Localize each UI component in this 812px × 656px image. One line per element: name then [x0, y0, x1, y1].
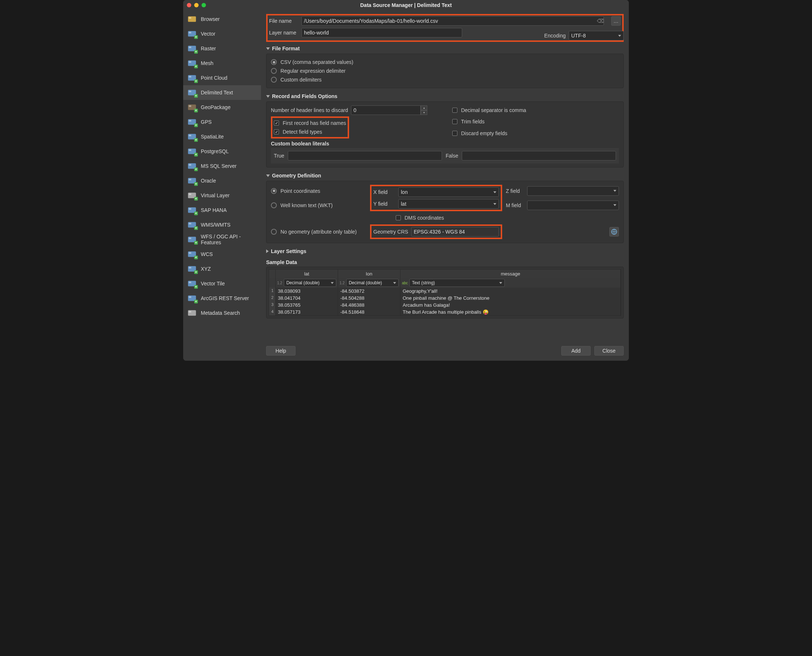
geometry-crs-combo[interactable]: EPSG:4326 - WGS 84 — [411, 227, 499, 237]
browser-icon — [187, 15, 197, 23]
sidebar-item-postgresql[interactable]: PostgreSQL — [183, 144, 261, 159]
lat-type-combo[interactable]: Decimal (double) — [284, 279, 336, 287]
svg-rect-9 — [189, 76, 191, 77]
lon-type-combo[interactable]: Decimal (double) — [346, 279, 399, 287]
regex-radio[interactable]: Regular expression delimiter — [271, 67, 619, 75]
wkt-radio[interactable]: Well known text (WKT) — [271, 201, 366, 210]
table-row: 3 38.053765 -84.486388 Arcadium has Gala… — [269, 302, 621, 308]
crs-picker-button[interactable] — [609, 227, 619, 237]
window-zoom-icon[interactable] — [202, 3, 206, 7]
records-section-header[interactable]: Record and Fields Options — [266, 93, 624, 99]
sidebar-item-raster[interactable]: Raster — [183, 41, 261, 56]
file-name-input[interactable] — [301, 16, 604, 26]
browse-file-button[interactable]: … — [611, 16, 621, 26]
m-field-combo[interactable] — [527, 201, 619, 210]
cell-lat: 38.038093 — [276, 288, 338, 295]
svg-rect-31 — [189, 238, 191, 239]
sidebar-item-mssql[interactable]: MS SQL Server — [183, 159, 261, 173]
table-row: 4 38.057173 -84.518648 The Burl Arcade h… — [269, 308, 621, 316]
trim-fields-check[interactable]: Trim fields — [452, 117, 619, 126]
csv-radio[interactable]: CSV (comma separated values) — [271, 58, 619, 67]
svg-rect-5 — [189, 46, 191, 48]
sidebar-item-wms[interactable]: WMS/WMTS — [183, 217, 261, 232]
svg-rect-21 — [189, 164, 191, 166]
custom-bool-label: Custom boolean literals — [271, 141, 619, 147]
sidebar-item-wfs[interactable]: WFS / OGC API - Features — [183, 232, 261, 247]
sidebar-item-vector[interactable]: Vector — [183, 26, 261, 41]
sidebar-item-label: MS SQL Server — [201, 163, 237, 169]
cell-message: One pinball machine @ The Cornerstone — [400, 295, 621, 302]
svg-rect-7 — [189, 61, 191, 63]
message-type-combo[interactable]: Text (string) — [409, 279, 505, 287]
sidebar-item-label: Vector — [201, 31, 216, 37]
close-button[interactable]: Close — [594, 346, 624, 356]
false-label: False — [446, 153, 458, 159]
sidebar-item-spatialite[interactable]: SpatiaLite — [183, 129, 261, 144]
sidebar-item-gps[interactable]: GPS — [183, 114, 261, 129]
svg-rect-11 — [189, 91, 191, 92]
sidebar-item-label: GPS — [201, 119, 212, 125]
add-button[interactable]: Add — [561, 346, 591, 356]
false-literal-input[interactable] — [462, 151, 616, 161]
window-close-icon[interactable] — [187, 3, 191, 7]
sidebar-item-delimited[interactable]: Delimited Text — [183, 85, 261, 100]
sidebar-item-label: Virtual Layer — [201, 192, 229, 198]
sidebar-item-label: Vector Tile — [201, 281, 225, 286]
sidebar-item-oracle[interactable]: Oracle — [183, 173, 261, 188]
sidebar-item-label: WCS — [201, 251, 213, 257]
col-header-lat: lat — [276, 269, 338, 278]
first-record-check[interactable]: First record has field names — [274, 119, 346, 127]
sidebar-item-arcgis[interactable]: ArcGIS REST Server — [183, 291, 261, 306]
source-type-sidebar: Browser Vector Raster Mesh Point Cloud D… — [183, 10, 261, 361]
help-button[interactable]: Help — [266, 346, 295, 356]
y-field-label: Y field — [373, 201, 395, 207]
y-field-combo[interactable]: lat — [398, 199, 499, 209]
file-format-section-header[interactable]: File Format — [266, 46, 624, 51]
custom-delimiter-radio[interactable]: Custom delimiters — [271, 75, 619, 84]
true-literal-input[interactable] — [288, 151, 442, 161]
spin-up-button[interactable]: ▲ — [421, 105, 427, 110]
sidebar-item-metadata[interactable]: Metadata Search — [183, 306, 261, 320]
svg-rect-35 — [189, 267, 191, 269]
sidebar-item-label: Mesh — [201, 60, 213, 66]
z-field-combo[interactable] — [527, 186, 619, 196]
x-field-combo[interactable]: lon — [398, 187, 499, 197]
sidebar-item-label: WFS / OGC API - Features — [201, 234, 257, 245]
sidebar-item-label: GeoPackage — [201, 104, 230, 110]
sidebar-item-browser[interactable]: Browser — [183, 12, 261, 26]
cell-lat: 38.053765 — [276, 302, 338, 308]
sidebar-item-virtual[interactable]: Virtual Layer — [183, 188, 261, 203]
discard-empty-check[interactable]: Discard empty fields — [452, 129, 619, 138]
col-header-message: message — [400, 269, 621, 278]
header-lines-label: Number of header lines to discard — [271, 107, 348, 113]
header-lines-input[interactable] — [351, 105, 421, 115]
true-label: True — [274, 153, 284, 159]
sidebar-item-label: XYZ — [201, 266, 211, 272]
sidebar-item-vectortile[interactable]: Vector Tile — [183, 276, 261, 291]
no-geometry-radio[interactable]: No geometry (attribute only table) — [271, 227, 366, 236]
svg-rect-1 — [189, 17, 191, 19]
sidebar-item-saphana[interactable]: SAP HANA — [183, 203, 261, 217]
layer-settings-header[interactable]: Layer Settings — [266, 248, 624, 254]
sidebar-item-wcs[interactable]: WCS — [183, 247, 261, 261]
clear-file-icon[interactable]: ⌫ — [596, 17, 605, 25]
file-name-label: File name — [269, 18, 298, 24]
window-minimize-icon[interactable] — [194, 3, 199, 7]
encoding-value: UTF-8 — [571, 33, 586, 39]
decimal-comma-check[interactable]: Decimal separator is comma — [452, 106, 619, 114]
point-coords-radio[interactable]: Point coordinates — [271, 187, 366, 195]
spin-down-button[interactable]: ▼ — [421, 110, 427, 115]
sidebar-item-label: Oracle — [201, 178, 216, 184]
cell-lat: 38.057173 — [276, 308, 338, 316]
dms-check[interactable]: DMS coordinates — [370, 214, 502, 222]
geometry-section-header[interactable]: Geometry Definition — [266, 173, 624, 178]
window-title: Data Source Manager | Delimited Text — [183, 2, 629, 8]
cell-message: Geography,Y'all! — [400, 288, 621, 295]
sidebar-item-xyz[interactable]: XYZ — [183, 261, 261, 276]
detect-types-check[interactable]: Detect field types — [274, 127, 346, 136]
encoding-combo[interactable]: UTF-8 — [569, 31, 624, 40]
sidebar-item-pointcloud[interactable]: Point Cloud — [183, 71, 261, 85]
cell-lat: 38.041704 — [276, 295, 338, 302]
sidebar-item-geopackage[interactable]: GeoPackage — [183, 100, 261, 114]
sidebar-item-mesh[interactable]: Mesh — [183, 56, 261, 71]
